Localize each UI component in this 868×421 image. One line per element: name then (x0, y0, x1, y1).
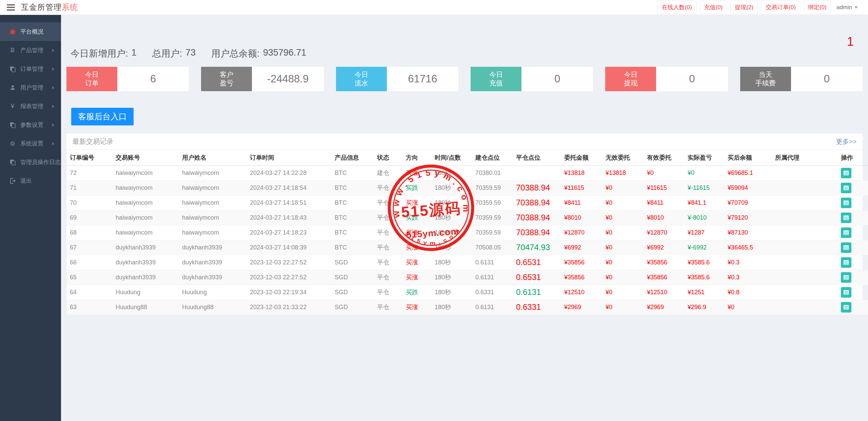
cell-direction: 买涨 (402, 270, 431, 285)
cell-actions (837, 195, 868, 210)
order-detail-button[interactable] (841, 287, 851, 298)
cell-invalid-amount: ¥0 (602, 195, 644, 210)
cell-account: haiwaiymcom (112, 225, 179, 240)
stat-value: 935796.71 (263, 47, 307, 60)
table-row: 65 duykhanh3939 duykhanh3939 2023-12-03 … (66, 270, 868, 285)
cell-actual-pnl: ¥1251 (684, 285, 724, 300)
sidebar-item-report-management[interactable]: ¥ 报表管理 (0, 97, 61, 116)
cell-username: haiwaiymcom (179, 165, 246, 180)
sidebar-item-platform-overview[interactable]: 平台概况 (0, 22, 61, 41)
cell-username: haiwaiymcom (179, 210, 246, 225)
panel-header: 最新交易记录 更多>> (66, 134, 863, 150)
cell-actual-pnl: ¥3585.6 (684, 270, 724, 285)
cell-actions (837, 180, 868, 195)
cell-balance-after: ¥0.8 (724, 285, 772, 300)
cell-direction: 买涨 (402, 240, 431, 255)
pnl-value: ¥841.1 (688, 199, 706, 206)
cell-account: duykhanh3939 (112, 255, 179, 270)
order-amount-value: ¥8010 (564, 214, 581, 221)
pnl-value: ¥3585.6 (688, 259, 710, 266)
balance-value: ¥0.8 (728, 289, 739, 296)
sidebar-item-label: 产品管理 (20, 46, 43, 54)
cell-actions (837, 225, 868, 240)
order-detail-button[interactable] (841, 272, 851, 283)
sidebar-item-admin-operation-log[interactable]: 管理员操作日志 (0, 153, 61, 172)
header-link-recharge[interactable]: 充值(0) (700, 1, 727, 14)
cell-order-id: 64 (66, 285, 112, 300)
cell-close-price (513, 165, 561, 180)
card-label-line2: 充值 (489, 79, 503, 87)
header-link-trade-orders[interactable]: 交易订单(0) (761, 1, 800, 14)
cell-direction: 买涨 (402, 225, 431, 240)
top-bar: 互金所管理系统 在线人数(0) 充值(0) 提现(2) 交易订单(0) 绑定(0… (0, 0, 868, 15)
cell-order-amount: ¥6992 (561, 240, 602, 255)
order-detail-button[interactable] (841, 257, 851, 268)
sidebar-item-logout[interactable]: 退出 (0, 172, 61, 190)
direction-value: 买涨 (406, 169, 418, 176)
sidebar-item-product-management[interactable]: Ƀ 产品管理 (0, 41, 61, 60)
valid-amount-value: ¥35856 (647, 274, 667, 281)
table-row: 69 haiwaiymcom haiwaiymcom 2024-03-27 14… (66, 210, 868, 225)
invalid-amount-value: ¥0 (606, 184, 612, 191)
cell-close-price: 0.6331 (513, 300, 561, 315)
order-detail-button[interactable] (841, 242, 851, 253)
valid-amount-value: ¥12870 (647, 229, 667, 236)
header-link-withdraw[interactable]: 提现(2) (730, 1, 758, 14)
cell-agent (772, 240, 837, 255)
stat-total-users: 总用户: 73 (152, 47, 196, 60)
order-detail-button[interactable] (841, 227, 851, 238)
stat-total-balance: 用户总余额: 935796.71 (211, 47, 306, 60)
cell-direction: 买跌 (402, 210, 431, 225)
order-detail-button[interactable] (841, 183, 851, 193)
cell-status: 建仓 (374, 165, 402, 180)
column-header: 无效委托 (602, 150, 644, 165)
chevron-right-icon (52, 142, 54, 145)
sidebar-item-parameter-settings[interactable]: 参数设置 (0, 116, 61, 134)
cell-order-time: 2024-03-27 14:08:39 (246, 240, 331, 255)
cell-account: haiwaiymcom (112, 165, 179, 180)
card-value: -24488.9 (252, 67, 323, 91)
cell-order-amount: ¥12870 (561, 225, 602, 240)
direction-value: 买涨 (406, 259, 418, 266)
sidebar-item-label: 订单管理 (20, 65, 43, 73)
order-detail-button[interactable] (841, 213, 851, 223)
cell-invalid-amount: ¥13818 (602, 165, 644, 180)
cell-order-id: 65 (66, 270, 112, 285)
header-link-online-users[interactable]: 在线人数(0) (657, 1, 696, 14)
cell-order-amount: ¥13818 (561, 165, 602, 180)
cell-balance-after: ¥0.3 (724, 270, 772, 285)
table-row: 68 haiwaiymcom haiwaiymcom 2024-03-27 14… (66, 225, 868, 240)
cell-agent (772, 210, 837, 225)
cell-order-id: 67 (66, 240, 112, 255)
close-price-value: 70474.93 (516, 243, 550, 252)
sidebar-toggle-icon[interactable] (7, 4, 15, 11)
header-link-binding[interactable]: 绑定(0) (804, 1, 831, 14)
balance-value: ¥0 (728, 304, 734, 310)
cell-username: haiwaiymcom (179, 195, 246, 210)
cell-order-id: 71 (66, 180, 112, 195)
balance-value: ¥70709 (728, 199, 748, 206)
cell-duration: 180秒 (431, 270, 472, 285)
admin-dropdown[interactable]: admin (834, 2, 860, 13)
order-detail-button[interactable] (841, 302, 851, 313)
invalid-amount-value: ¥0 (606, 199, 612, 206)
cell-status: 平仓 (374, 180, 402, 195)
customer-service-backend-button[interactable]: 客服后台入口 (71, 108, 134, 125)
sidebar-item-system-settings[interactable]: ⚙ 系统设置 (0, 134, 61, 153)
more-link[interactable]: 更多>> (836, 137, 856, 146)
order-detail-button[interactable] (841, 168, 851, 178)
sidebar-item-user-management[interactable]: 用户管理 (0, 78, 61, 97)
sidebar-item-label: 用户管理 (20, 84, 43, 92)
valid-amount-value: ¥0 (647, 169, 654, 176)
order-detail-button[interactable] (841, 198, 851, 208)
cell-actual-pnl: ¥841.1 (684, 195, 724, 210)
table-list-icon (843, 200, 849, 205)
card-label-line1: 客户 (220, 71, 233, 79)
invalid-amount-value: ¥0 (606, 289, 612, 296)
chevron-down-icon (854, 6, 858, 8)
cell-order-id: 68 (66, 225, 112, 240)
sidebar-item-order-management[interactable]: 订单管理 (0, 60, 61, 78)
card-value: 6 (117, 67, 189, 91)
table-list-icon (843, 305, 849, 310)
app-title: 互金所管理系统 (21, 2, 78, 13)
